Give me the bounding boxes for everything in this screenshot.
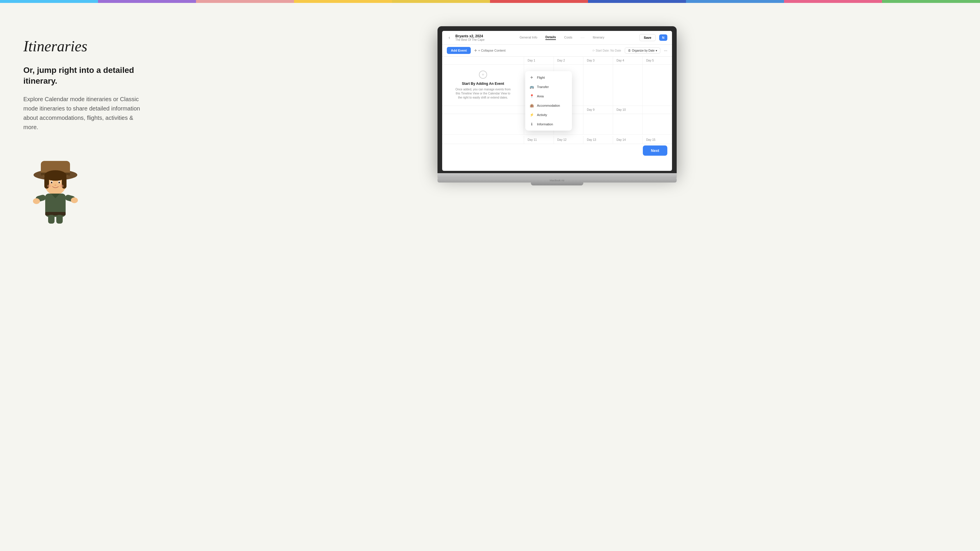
svg-point-13 (54, 184, 56, 186)
empty-state-description: Once added, you can manage events from t… (454, 87, 512, 100)
laptop-stand (531, 183, 583, 186)
laptop-hinge (438, 173, 677, 178)
menu-item-transfer[interactable]: 🚌 Transfer (525, 82, 572, 92)
chevron-down-icon: ▾ (655, 49, 657, 52)
n-button[interactable]: N (659, 34, 667, 41)
empty-header2 (442, 106, 524, 114)
menu-item-information[interactable]: ℹ Information (525, 119, 572, 129)
svg-rect-21 (56, 215, 63, 224)
add-event-button[interactable]: Add Event (447, 47, 471, 54)
row2-main-cell (442, 114, 524, 134)
transfer-label: Transfer (537, 85, 549, 89)
calendar-icon: 🗓 (628, 49, 631, 52)
more-options-button[interactable]: ··· (664, 48, 667, 53)
flight-icon: ✈ (530, 75, 534, 80)
day1-header: Day 1 (524, 57, 554, 64)
day14-header: Day 14 (613, 136, 643, 144)
svg-point-18 (33, 198, 40, 204)
day5-cell (642, 65, 672, 106)
right-content: ‹ Bryants x2, 2024 The Best Of The Cape … (158, 21, 957, 186)
nav-itinerary[interactable]: Itinerary (593, 36, 605, 40)
organize-by-date-button[interactable]: 🗓 Organize by Date ▾ (625, 48, 661, 54)
description: Explore Calendar mode itineraries or Cla… (23, 94, 146, 132)
activity-label: Activity (537, 113, 547, 117)
back-button[interactable]: ‹ (447, 34, 452, 41)
nav-general-info[interactable]: General Info (520, 36, 538, 40)
menu-item-flight[interactable]: ✈ Flight (525, 73, 572, 82)
svg-point-10 (59, 182, 60, 183)
transfer-icon: 🚌 (530, 84, 534, 89)
day3-header: Day 3 (583, 57, 613, 64)
day4-header: Day 4 (613, 57, 643, 64)
day5-header: Day 5 (642, 57, 672, 64)
accommodation-icon: 🏨 (530, 103, 534, 108)
character-illustration (23, 155, 146, 226)
nav-costs[interactable]: Costs (564, 36, 572, 40)
svg-point-17 (71, 197, 78, 203)
information-icon: ℹ (530, 122, 534, 127)
page-title: Itineraries (23, 38, 146, 54)
day12-header: Day 12 (554, 136, 583, 144)
rainbow-bar (0, 0, 980, 3)
trip-subtitle: The Best Of The Cape (455, 38, 484, 41)
row2-day9-cell (583, 114, 613, 134)
empty-header3 (442, 136, 524, 144)
row2-empty-cell (642, 114, 672, 134)
start-date-label: ⟳ Start Date: No Date (592, 49, 621, 52)
svg-point-12 (59, 184, 64, 187)
laptop-wrapper: ‹ Bryants x2, 2024 The Best Of The Cape … (438, 26, 677, 186)
day3-cell (583, 65, 613, 106)
nav-details[interactable]: Details (546, 35, 556, 40)
subtitle: Or, jump right into a detailed itinerary… (23, 65, 146, 86)
area-label: Area (537, 94, 544, 98)
day-empty (642, 106, 672, 114)
day9-header: Day 9 (583, 106, 613, 114)
collapse-content-button[interactable]: ✛ + Collapse Content (474, 49, 506, 52)
laptop-base: MacBook Air (438, 178, 677, 183)
svg-point-9 (51, 182, 52, 183)
day11-header: Day 11 (524, 136, 554, 144)
accommodation-label: Accommodation (537, 104, 560, 107)
information-label: Information (537, 122, 553, 126)
next-button[interactable]: Next (643, 146, 667, 156)
laptop-label: MacBook Air (550, 179, 565, 182)
area-icon: 📍 (530, 94, 534, 98)
trip-info: Bryants x2, 2024 The Best Of The Cape (455, 34, 484, 41)
empty-state-cell: + Start By Adding An Event Once added, y… (442, 65, 524, 106)
app-titlebar: ‹ Bryants x2, 2024 The Best Of The Cape … (442, 31, 672, 44)
collapse-label: + Collapse Content (478, 49, 506, 52)
day-headers-row3: Day 11 Day 12 Day 13 Day 14 Day 15 (442, 136, 672, 144)
flight-label: Flight (537, 76, 545, 79)
day-headers-row1: Day 1 Day 2 Day 3 Day 4 Day 5 (442, 57, 672, 65)
day2-header: Day 2 (554, 57, 583, 64)
day4-cell (613, 65, 643, 106)
menu-item-activity[interactable]: ⚡ Activity (525, 110, 572, 119)
left-content: Itineraries Or, jump right into a detail… (23, 21, 146, 226)
empty-state-title: Start By Adding An Event (462, 82, 504, 86)
save-button[interactable]: Save (640, 34, 655, 41)
trip-name: Bryants x2, 2024 (455, 34, 484, 38)
laptop-screen: ‹ Bryants x2, 2024 The Best Of The Cape … (442, 31, 672, 171)
collapse-icon: ✛ (474, 49, 477, 52)
svg-rect-20 (48, 215, 54, 224)
day10-header: Day 10 (613, 106, 643, 114)
day15-header: Day 15 (642, 136, 672, 144)
activity-icon: ⚡ (530, 113, 534, 117)
app-nav: General Info Details Costs ····· Itinera… (488, 35, 636, 40)
day13-header: Day 13 (583, 136, 613, 144)
row2-day10-cell (613, 114, 643, 134)
empty-header (442, 57, 524, 64)
timeline-content-area: Day 1 Day 2 Day 3 Day 4 Day 5 + Start By… (442, 57, 672, 144)
menu-item-accommodation[interactable]: 🏨 Accommodation (525, 101, 572, 110)
svg-rect-19 (45, 212, 65, 216)
menu-item-area[interactable]: 📍 Area (525, 92, 572, 101)
laptop-screen-bezel: ‹ Bryants x2, 2024 The Best Of The Cape … (438, 26, 677, 173)
app-toolbar: Add Event ✛ + Collapse Content ⟳ Start D… (442, 44, 672, 57)
add-event-circle-icon[interactable]: + (479, 71, 487, 79)
svg-point-11 (47, 184, 51, 187)
add-event-dropdown: ✈ Flight 🚌 Transfer 📍 Area (525, 71, 572, 130)
